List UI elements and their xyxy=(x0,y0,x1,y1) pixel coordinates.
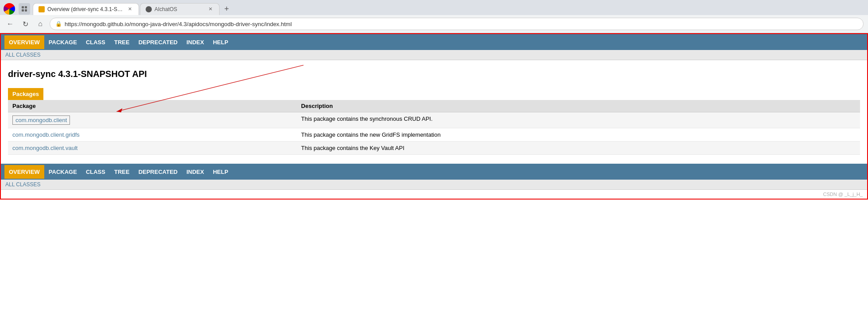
bottom-nav-index[interactable]: INDEX xyxy=(182,165,208,179)
address-text: https://mongodb.github.io/mongo-java-dri… xyxy=(65,21,292,27)
bottom-nav-deprecated[interactable]: DEPRECATED xyxy=(134,165,182,179)
col-package-header: Package xyxy=(8,100,297,112)
nav-help[interactable]: HELP xyxy=(208,35,233,49)
table-row: com.mongodb.client.vault This package co… xyxy=(8,142,860,155)
tab-grid-icon[interactable] xyxy=(19,3,30,15)
all-classes-link-bottom[interactable]: ALL CLASSES xyxy=(5,181,41,188)
tab-1-favicon xyxy=(39,6,45,12)
annotation-container: driver-sync 4.3.1-SNAPSHOT API Packages … xyxy=(1,60,867,164)
bottom-nav-bar: OVERVIEW PACKAGE CLASS TREE DEPRECATED I… xyxy=(1,164,867,180)
new-tab-button[interactable]: + xyxy=(220,3,233,15)
bottom-nav-package[interactable]: PACKAGE xyxy=(44,165,81,179)
address-bar[interactable]: 🔒 https://mongodb.github.io/mongo-java-d… xyxy=(50,18,864,30)
table-row: com.mongodb.client.gridfs This package c… xyxy=(8,128,860,142)
nav-overview[interactable]: OVERVIEW xyxy=(4,35,44,49)
tab-2-title: AIchatOS xyxy=(154,6,205,12)
package-link-1[interactable]: com.mongodb.client.gridfs xyxy=(12,131,80,138)
packages-table: Package Description com.mongodb.client T… xyxy=(8,100,860,155)
main-content: driver-sync 4.3.1-SNAPSHOT API Packages … xyxy=(1,60,867,164)
packages-header: Packages xyxy=(8,88,43,100)
tab-2-close[interactable]: ✕ xyxy=(207,6,214,13)
watermark: CSDN @ _L_j_H_ xyxy=(1,190,867,199)
home-button[interactable]: ⌂ xyxy=(35,18,46,30)
table-row: com.mongodb.client This package contains… xyxy=(8,112,860,128)
package-cell-2: com.mongodb.client.vault xyxy=(8,142,297,155)
svg-rect-0 xyxy=(22,6,24,8)
package-link-2[interactable]: com.mongodb.client.vault xyxy=(12,145,77,151)
lock-icon: 🔒 xyxy=(55,21,62,27)
back-button[interactable]: ← xyxy=(4,18,16,30)
all-classes-link-top[interactable]: ALL CLASSES xyxy=(5,52,41,58)
table-header-row: Package Description xyxy=(8,100,860,112)
bottom-nav-overview[interactable]: OVERVIEW xyxy=(4,165,44,179)
nav-package[interactable]: PACKAGE xyxy=(44,35,81,49)
nav-tree[interactable]: TREE xyxy=(110,35,134,49)
nav-deprecated[interactable]: DEPRECATED xyxy=(134,35,182,49)
refresh-button[interactable]: ↻ xyxy=(19,18,31,30)
address-bar-row: ← ↻ ⌂ 🔒 https://mongodb.github.io/mongo-… xyxy=(0,15,868,33)
tab-bar: Overview (driver-sync 4.3.1-SNA… ✕ AIcha… xyxy=(0,0,868,15)
description-cell-0: This package contains the synchronous CR… xyxy=(297,112,860,128)
package-link-0[interactable]: com.mongodb.client xyxy=(12,115,70,125)
all-classes-bar-top: ALL CLASSES xyxy=(1,50,867,60)
tab-1-close[interactable]: ✕ xyxy=(126,6,133,13)
bottom-nav-tree[interactable]: TREE xyxy=(110,165,134,179)
browser-logo xyxy=(4,3,15,15)
top-nav-bar: OVERVIEW PACKAGE CLASS TREE DEPRECATED I… xyxy=(1,34,867,50)
description-cell-2: This package contains the Key Vault API xyxy=(297,142,860,155)
tab-2-favicon xyxy=(146,6,152,12)
tab-1[interactable]: Overview (driver-sync 4.3.1-SNA… ✕ xyxy=(33,3,139,15)
col-description-header: Description xyxy=(297,100,860,112)
bottom-nav-class[interactable]: CLASS xyxy=(81,165,110,179)
page-title: driver-sync 4.3.1-SNAPSHOT API xyxy=(8,69,860,79)
browser-chrome: Overview (driver-sync 4.3.1-SNA… ✕ AIcha… xyxy=(0,0,868,33)
package-cell-1: com.mongodb.client.gridfs xyxy=(8,128,297,142)
svg-rect-2 xyxy=(22,9,24,12)
page-content: OVERVIEW PACKAGE CLASS TREE DEPRECATED I… xyxy=(0,33,868,200)
nav-index[interactable]: INDEX xyxy=(182,35,208,49)
description-cell-1: This package contains the new GridFS imp… xyxy=(297,128,860,142)
bottom-nav-help[interactable]: HELP xyxy=(208,165,233,179)
tab-2[interactable]: AIchatOS ✕ xyxy=(140,3,220,15)
tab-1-title: Overview (driver-sync 4.3.1-SNA… xyxy=(47,6,124,12)
nav-class[interactable]: CLASS xyxy=(81,35,110,49)
watermark-text: CSDN @ _L_j_H_ xyxy=(823,192,863,197)
all-classes-bar-bottom: ALL CLASSES xyxy=(1,180,867,190)
svg-rect-1 xyxy=(25,6,27,8)
packages-section: Packages Package Description com.mongodb… xyxy=(8,88,860,155)
svg-rect-3 xyxy=(25,9,27,12)
package-cell-0: com.mongodb.client xyxy=(8,112,297,128)
